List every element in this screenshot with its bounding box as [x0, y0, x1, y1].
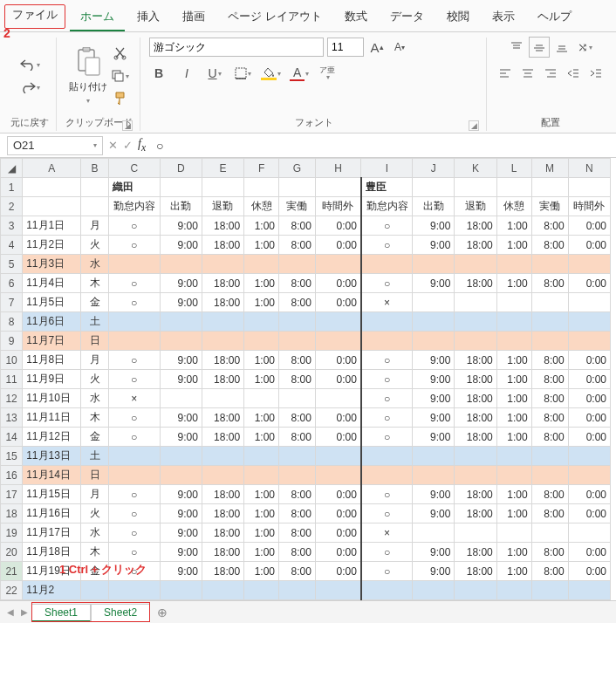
data-cell[interactable]: 1:00 — [244, 408, 279, 428]
data-cell[interactable]: 0:00 — [315, 485, 360, 504]
data-cell[interactable]: 18:00 — [455, 562, 496, 581]
data-cell[interactable] — [413, 332, 455, 351]
row-header[interactable]: 14 — [1, 428, 23, 447]
menu-item-0[interactable]: ファイル — [5, 5, 65, 28]
data-cell[interactable]: 8:00 — [279, 485, 316, 504]
data-cell[interactable]: 11月2 — [23, 581, 81, 600]
data-cell[interactable] — [413, 524, 455, 543]
data-cell[interactable]: 18:00 — [455, 351, 496, 370]
data-cell[interactable]: 8:00 — [279, 504, 316, 524]
data-cell[interactable] — [315, 332, 360, 351]
data-cell[interactable]: ○ — [108, 543, 160, 562]
data-cell[interactable]: 9:00 — [160, 293, 202, 312]
italic-button[interactable]: I — [177, 64, 196, 83]
data-cell[interactable]: 日 — [81, 466, 108, 485]
data-cell[interactable]: ○ — [108, 236, 160, 255]
data-cell[interactable]: 9:00 — [413, 485, 455, 504]
data-cell[interactable]: 18:00 — [202, 524, 243, 543]
data-cell[interactable]: 豊臣 — [361, 178, 413, 197]
data-cell[interactable]: 9:00 — [160, 428, 202, 447]
data-cell[interactable] — [315, 389, 360, 408]
data-cell[interactable]: 0:00 — [568, 428, 610, 447]
data-cell[interactable] — [496, 466, 531, 485]
data-cell[interactable]: 1:00 — [496, 428, 531, 447]
menu-item-8[interactable]: 表示 — [482, 3, 525, 31]
col-header[interactable]: E — [202, 159, 243, 178]
data-cell[interactable]: 1:00 — [496, 351, 531, 370]
col-header[interactable]: J — [413, 159, 455, 178]
align-left-button[interactable] — [496, 64, 515, 83]
data-cell[interactable]: 休憩 — [496, 197, 531, 216]
data-cell[interactable]: 9:00 — [413, 351, 455, 370]
data-cell[interactable] — [496, 312, 531, 332]
data-cell[interactable]: 18:00 — [202, 485, 243, 504]
row-header[interactable]: 19 — [1, 524, 23, 543]
data-cell[interactable]: 実働 — [279, 197, 316, 216]
data-cell[interactable]: 0:00 — [315, 428, 360, 447]
data-cell[interactable]: 9:00 — [413, 216, 455, 236]
row-header[interactable]: 7 — [1, 293, 23, 312]
data-cell[interactable]: 9:00 — [413, 408, 455, 428]
data-cell[interactable]: ○ — [361, 216, 413, 236]
col-header[interactable]: M — [531, 159, 568, 178]
col-header[interactable]: F — [244, 159, 279, 178]
data-cell[interactable]: 退勤 — [455, 197, 496, 216]
data-cell[interactable] — [361, 255, 413, 274]
data-cell[interactable]: 勤怠内容 — [361, 197, 413, 216]
font-size-select[interactable] — [327, 38, 364, 57]
data-cell[interactable]: 18:00 — [202, 408, 243, 428]
data-cell[interactable]: 11月8日 — [23, 351, 81, 370]
confirm-edit-icon[interactable]: ✓ — [123, 139, 133, 152]
data-cell[interactable]: 18:00 — [202, 351, 243, 370]
data-cell[interactable]: 出勤 — [413, 197, 455, 216]
data-cell[interactable]: 11月18日 — [23, 543, 81, 562]
font-family-select[interactable] — [149, 38, 324, 57]
cancel-edit-icon[interactable]: ✕ — [108, 139, 118, 152]
data-cell[interactable]: 8:00 — [531, 216, 568, 236]
data-cell[interactable]: 1:00 — [244, 293, 279, 312]
data-cell[interactable]: 木 — [81, 274, 108, 293]
data-cell[interactable] — [568, 447, 610, 466]
data-cell[interactable]: 0:00 — [315, 408, 360, 428]
data-cell[interactable]: 18:00 — [202, 543, 243, 562]
data-cell[interactable] — [531, 447, 568, 466]
data-cell[interactable]: 9:00 — [413, 428, 455, 447]
menu-item-2[interactable]: 挿入 — [127, 3, 170, 31]
data-cell[interactable]: 11月5日 — [23, 293, 81, 312]
data-cell[interactable]: 9:00 — [413, 236, 455, 255]
data-cell[interactable] — [160, 255, 202, 274]
data-cell[interactable]: 1:00 — [244, 236, 279, 255]
sheet-tab[interactable]: Sheet1 — [31, 604, 91, 622]
data-cell[interactable] — [315, 447, 360, 466]
align-bottom-button[interactable] — [552, 38, 572, 57]
data-cell[interactable] — [202, 466, 243, 485]
row-header[interactable]: 1 — [1, 178, 23, 197]
cut-button[interactable] — [111, 44, 130, 63]
data-cell[interactable] — [531, 581, 568, 600]
col-header[interactable]: N — [568, 159, 610, 178]
data-cell[interactable]: 11月11日 — [23, 408, 81, 428]
data-cell[interactable]: 0:00 — [315, 370, 360, 389]
data-cell[interactable] — [279, 255, 316, 274]
data-cell[interactable]: 11月3日 — [23, 255, 81, 274]
data-cell[interactable]: 11月2日 — [23, 236, 81, 255]
data-cell[interactable]: ○ — [108, 274, 160, 293]
data-cell[interactable]: 火 — [81, 236, 108, 255]
data-cell[interactable]: 0:00 — [315, 504, 360, 524]
data-cell[interactable]: 1:00 — [496, 370, 531, 389]
data-cell[interactable]: 18:00 — [455, 543, 496, 562]
fx-icon[interactable]: fx — [138, 137, 146, 154]
data-cell[interactable]: 1:00 — [244, 485, 279, 504]
tab-nav-prev[interactable]: ◀ — [3, 607, 17, 617]
undo-button[interactable]: ▾ — [20, 55, 40, 74]
menu-item-7[interactable]: 校閲 — [436, 3, 480, 31]
data-cell[interactable] — [568, 581, 610, 600]
data-cell[interactable] — [496, 293, 531, 312]
row-header[interactable]: 20 — [1, 543, 23, 562]
data-cell[interactable]: 0:00 — [315, 293, 360, 312]
data-cell[interactable]: 18:00 — [202, 293, 243, 312]
data-cell[interactable]: 金 — [81, 293, 108, 312]
paste-button[interactable]: 貼り付け ▾ — [69, 47, 107, 105]
data-cell[interactable] — [160, 332, 202, 351]
data-cell[interactable] — [531, 466, 568, 485]
